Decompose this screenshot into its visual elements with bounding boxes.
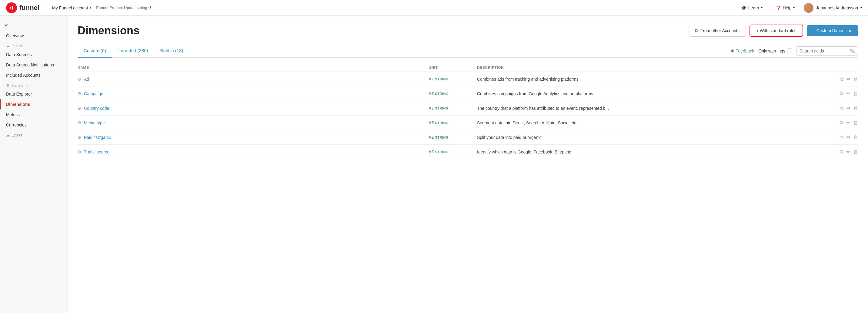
feedback-label: Feedback — [736, 49, 754, 53]
tab-custom-label: Custom (6) — [84, 48, 106, 53]
user-name: Johannes Andreasson — [816, 5, 858, 10]
copy-row-icon-2[interactable]: ⧉ — [840, 106, 843, 111]
row-actions-2: ⧉ ✏ 🗑 — [828, 105, 858, 111]
description-text-3: Segment data into Direct, Search, Affili… — [477, 120, 577, 125]
gear-icon-0: ⚙ — [78, 77, 82, 82]
sidebar-item-included-accounts[interactable]: Included Accounts — [0, 70, 68, 80]
table-row: ⚙ Ad AZ STRING Combines ads from trackin… — [78, 72, 858, 86]
table-row: ⚙ Media type AZ STRING Segment data into… — [78, 116, 858, 130]
unit-cell-5: AZ STRING — [429, 149, 477, 154]
sidebar-item-currencies[interactable]: Currencies — [0, 120, 68, 130]
gear-icon-2: ⚙ — [78, 106, 82, 111]
learn-caret-icon: ▾ — [761, 6, 763, 9]
collapse-icon: « — [5, 22, 8, 28]
gear-icon-1: ⚙ — [78, 91, 82, 96]
dimension-name-label-1: Campaign — [84, 91, 103, 96]
user-menu[interactable]: Johannes Andreasson ▾ — [804, 3, 862, 13]
feedback-button[interactable]: Feedback — [731, 49, 754, 53]
tab-imported[interactable]: Imported (380) — [112, 44, 154, 58]
unit-az-0: AZ — [429, 77, 434, 81]
blog-link[interactable]: Funnel Product Updates blog 👁 — [96, 5, 152, 10]
with-standard-rules-button[interactable]: + With standard rules — [749, 25, 803, 37]
table-row: ⚙ Traffic source AZ STRING Identify whic… — [78, 145, 858, 159]
account-label: My Funnel account — [52, 5, 88, 10]
sidebar-item-metrics[interactable]: Metrics — [0, 110, 68, 120]
from-other-accounts-label: From other Accounts — [701, 28, 740, 33]
dimension-name-3[interactable]: ⚙ Media type — [78, 120, 429, 125]
eye-icon: 👁 — [149, 5, 152, 10]
col-header-actions — [828, 65, 858, 70]
warnings-checkbox-visual[interactable] — [787, 49, 792, 53]
account-selector[interactable]: My Funnel account ▾ — [52, 5, 91, 10]
tab-built-in-label: Built in (18) — [160, 48, 183, 53]
search-box[interactable]: 🔍 — [796, 47, 858, 56]
copy-row-icon-0[interactable]: ⧉ — [840, 77, 843, 82]
row-actions-4: ⧉ ✏ 🗑 — [828, 134, 858, 140]
copy-row-icon-3[interactable]: ⧉ — [840, 120, 843, 125]
help-button[interactable]: ❓ Help ▾ — [772, 4, 799, 12]
with-standard-rules-label: + With standard rules — [756, 28, 797, 33]
unit-az-1: AZ — [429, 91, 434, 96]
edit-row-icon-1[interactable]: ✏ — [846, 91, 850, 96]
logo-area[interactable]: funnel — [6, 2, 42, 13]
dimension-name-2[interactable]: ⚙ Country code — [78, 106, 429, 111]
delete-row-icon-4[interactable]: 🗑 — [854, 135, 858, 140]
dimension-name-4[interactable]: ⚙ Paid / Organic — [78, 135, 429, 140]
description-text-4: Split your data into paid or organic — [477, 135, 541, 140]
table-row: ⚙ Country code AZ STRING The country tha… — [78, 101, 858, 116]
sidebar-section-transform: ⚙ Transform — [0, 80, 68, 89]
edit-row-icon-5[interactable]: ✏ — [846, 149, 850, 155]
search-input[interactable] — [800, 49, 848, 53]
dimension-name-0[interactable]: ⚙ Ad — [78, 77, 429, 82]
delete-row-icon-1[interactable]: 🗑 — [854, 91, 858, 96]
table-row: ⚙ Campaign AZ STRING Combines campaigns … — [78, 86, 858, 101]
dimension-name-label-0: Ad — [84, 77, 89, 82]
col-header-unit: UNIT — [429, 65, 477, 70]
only-warnings-label: Only warnings — [758, 49, 785, 53]
custom-dimension-button[interactable]: + Custom Dimension — [807, 25, 858, 36]
help-caret-icon: ▾ — [793, 6, 795, 9]
dimension-name-label-5: Traffic source — [84, 149, 110, 154]
tab-custom[interactable]: Custom (6) — [78, 44, 112, 58]
sidebar-item-overview[interactable]: Overview — [0, 31, 68, 41]
copy-row-icon-5[interactable]: ⧉ — [840, 149, 843, 155]
sidebar-item-data-source-notifications[interactable]: Data Source Notifications — [0, 60, 68, 70]
sidebar-item-data-explorer[interactable]: Data Explorer — [0, 89, 68, 99]
edit-row-icon-3[interactable]: ✏ — [846, 120, 850, 125]
edit-row-icon-4[interactable]: ✏ — [846, 134, 850, 140]
delete-row-icon-2[interactable]: 🗑 — [854, 106, 858, 111]
help-label: Help — [783, 5, 792, 10]
edit-row-icon-0[interactable]: ✏ — [846, 76, 850, 82]
page-title: Dimensions — [78, 24, 689, 37]
dimension-name-5[interactable]: ⚙ Traffic source — [78, 149, 429, 154]
row-actions-5: ⧉ ✏ 🗑 — [828, 149, 858, 155]
data-sources-label: Data Sources — [6, 52, 32, 57]
edit-row-icon-2[interactable]: ✏ — [846, 105, 850, 111]
delete-row-icon-3[interactable]: 🗑 — [854, 120, 858, 125]
unit-type-3: STRING — [435, 121, 448, 125]
delete-row-icon-0[interactable]: 🗑 — [854, 77, 858, 82]
col-header-description: DESCRIPTION — [477, 65, 828, 70]
sidebar-section-export: ☁ Export — [0, 130, 68, 139]
from-other-accounts-button[interactable]: ⧉ From other Accounts — [689, 25, 746, 37]
description-text-1: Combines campaigns from Google Analytics… — [477, 91, 593, 96]
svg-point-0 — [9, 5, 14, 10]
copy-row-icon-1[interactable]: ⧉ — [840, 91, 843, 96]
export-section-label: Export — [11, 133, 22, 137]
unit-cell-4: AZ STRING — [429, 135, 477, 140]
dimension-name-1[interactable]: ⚙ Campaign — [78, 91, 429, 96]
dimensions-table: ⚙ Ad AZ STRING Combines ads from trackin… — [78, 72, 858, 159]
tab-built-in[interactable]: Built in (18) — [154, 44, 189, 58]
included-accounts-label: Included Accounts — [6, 73, 41, 78]
only-warnings-toggle[interactable]: Only warnings — [758, 49, 792, 53]
sidebar-collapse-button[interactable]: « — [0, 20, 68, 31]
unit-type-2: STRING — [435, 107, 448, 110]
sidebar-item-data-sources[interactable]: Data Sources — [0, 50, 68, 60]
unit-type-5: STRING — [435, 150, 448, 154]
description-cell-4: Split your data into paid or organic — [477, 135, 828, 140]
delete-row-icon-5[interactable]: 🗑 — [854, 149, 858, 155]
description-cell-2: The country that a platform has attribut… — [477, 106, 828, 111]
sidebar-item-dimensions[interactable]: Dimensions — [0, 99, 68, 110]
learn-button[interactable]: 🎓 Learn ▾ — [737, 4, 767, 12]
copy-row-icon-4[interactable]: ⧉ — [840, 135, 843, 140]
